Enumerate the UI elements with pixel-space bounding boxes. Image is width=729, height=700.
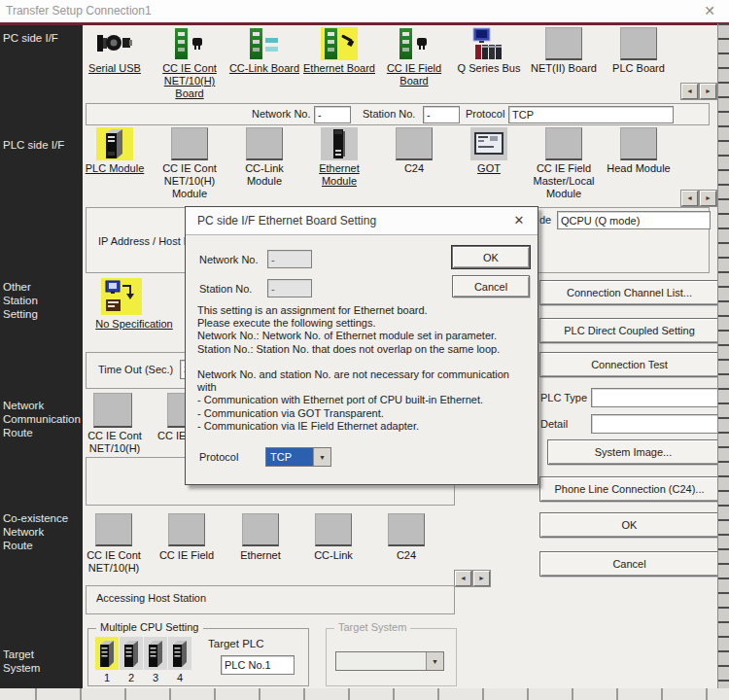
plc-item-c24[interactable]: C24 [377, 127, 451, 175]
connection-channel-list-button[interactable]: Connection Channel List... [539, 280, 719, 305]
target-plc-label: Target PLC [208, 638, 264, 649]
scroll-right-icon[interactable]: ► [700, 191, 716, 206]
plc-item-got[interactable]: GOT [452, 127, 526, 175]
screen-edge-right-decoration [717, 23, 729, 700]
pc-item-cc-ie-field-board[interactable]: CC IE Field Board [377, 27, 451, 88]
plc-item-cc-link-module[interactable]: CC-Link Module [227, 127, 301, 188]
cpu4-icon[interactable] [168, 637, 191, 670]
titlebar-divider [0, 22, 729, 25]
network-settings-bar: Network No. - Station No. - Protocol TCP [86, 103, 710, 125]
scroll-left-icon[interactable]: ◄ [681, 84, 698, 99]
cancel-button[interactable]: Cancel [539, 551, 719, 577]
plc-module-icon [96, 127, 133, 160]
cpu1-icon[interactable] [95, 637, 119, 670]
cpu3-number: 3 [144, 672, 167, 684]
sidebar-label-network-route: Network Communication Route [3, 399, 81, 439]
pc-item-label: NET(II) Board [531, 62, 597, 75]
cpu1-number: 1 [95, 672, 119, 684]
coexist-item-label: CC-Link [295, 549, 372, 562]
pc-item-label: CC IE Field Board [377, 62, 451, 88]
detail-label: Detail [540, 418, 568, 430]
window-close-icon[interactable]: ✕ [700, 2, 719, 19]
q-series-bus-icon [470, 27, 507, 60]
placeholder-icon [620, 127, 657, 160]
coexist-row-scroller: ◄ ► [453, 571, 490, 586]
coexist-item-label: C24 [367, 549, 445, 562]
modal-protocol-dropdown[interactable]: TCP ▼ [265, 447, 331, 467]
placeholder-icon [545, 127, 582, 160]
pc-item-label: Serial USB [88, 62, 141, 75]
pc-item-label: PLC Board [612, 62, 665, 75]
pc-item-serial-usb[interactable]: Serial USB [78, 27, 152, 75]
scroll-right-icon[interactable]: ► [700, 84, 716, 99]
ip-address-label: IP Address / Host Na [98, 235, 197, 247]
detail-field[interactable] [591, 414, 719, 434]
cpu3-icon[interactable] [144, 637, 167, 670]
ethernet-board-setting-dialog: PC side I/F Ethernet Board Setting ✕ Net… [185, 206, 538, 485]
cc-ie-cont-board-icon [171, 27, 208, 60]
dialog-close-icon[interactable]: ✕ [510, 212, 528, 229]
target-plc-field[interactable]: PLC No.1 [221, 655, 295, 675]
pc-item-netii-board[interactable]: NET(II) Board [527, 27, 601, 75]
ok-button[interactable]: OK [539, 512, 719, 538]
station-no-field[interactable]: - [423, 106, 460, 123]
placeholder-icon[interactable] [168, 513, 205, 546]
connection-test-button[interactable]: Connection Test [539, 352, 719, 377]
modal-station-no-field[interactable]: - [267, 279, 312, 298]
scroll-left-icon[interactable]: ◄ [681, 191, 698, 206]
plc-item-cc-ie-cont-module[interactable]: CC IE Cont NET/10(H) Module [153, 127, 226, 200]
plc-direct-coupled-button[interactable]: PLC Direct Coupled Setting [539, 318, 719, 343]
placeholder-icon[interactable] [93, 393, 132, 428]
plc-item-cc-ie-field-master[interactable]: CC IE Field Master/Local Module [527, 127, 601, 200]
plc-item-label: GOT [477, 162, 501, 175]
plc-item-head-module[interactable]: Head Module [602, 127, 676, 175]
placeholder-icon[interactable] [95, 513, 132, 546]
protocol-field[interactable]: TCP [508, 106, 674, 123]
plc-item-label: CC-Link Module [227, 162, 301, 188]
no-specification-label[interactable]: No Specification [86, 318, 183, 331]
cpu4-number: 4 [168, 672, 191, 684]
plc-item-label: CC IE Cont NET/10(H) Module [153, 162, 226, 200]
no-specification-icon [101, 278, 142, 315]
modal-cancel-button[interactable]: Cancel [452, 275, 530, 298]
system-image-button[interactable]: System Image... [547, 439, 719, 465]
ethernet-module-icon [321, 127, 358, 160]
pc-item-cc-link-board[interactable]: CC-Link Board [227, 27, 301, 75]
phone-line-connection-button[interactable]: Phone Line Connection (C24)... [539, 476, 719, 502]
target-system-value [336, 652, 426, 670]
placeholder-icon [620, 27, 657, 60]
placeholder-icon[interactable] [388, 513, 425, 546]
scroll-left-icon[interactable]: ◄ [455, 571, 471, 586]
accessing-host-station-box: Accessing Host Station [86, 585, 455, 614]
got-icon [470, 127, 507, 160]
cpu-mode-field[interactable]: QCPU (Q mode) [557, 211, 711, 229]
placeholder-icon[interactable] [315, 513, 352, 546]
pc-item-q-series-bus[interactable]: Q Series Bus [452, 27, 526, 75]
scroll-right-icon[interactable]: ► [473, 571, 490, 586]
network-no-label: Network No. [252, 108, 311, 120]
sidebar-label-pc-side: PC side I/F [3, 31, 58, 45]
plc-item-ethernet-module[interactable]: Ethernet Module [302, 127, 376, 188]
pc-item-ethernet-board[interactable]: Ethernet Board [302, 27, 376, 75]
dialog-description: This setting is an assignment for Ethern… [197, 304, 530, 433]
pc-item-label: CC-Link Board [229, 62, 299, 75]
plc-item-label: PLC Module [86, 162, 145, 175]
target-system-dropdown[interactable]: ▼ [335, 651, 444, 671]
plc-item-plc-module[interactable]: PLC Module [78, 127, 152, 175]
modal-network-no-field[interactable]: - [267, 250, 312, 268]
plc-type-field[interactable] [591, 388, 719, 407]
modal-ok-button[interactable]: OK [452, 246, 530, 268]
placeholder-icon [396, 127, 433, 160]
chevron-down-icon[interactable]: ▼ [313, 448, 330, 466]
serial-usb-icon [96, 27, 133, 60]
plc-item-label: C24 [404, 162, 424, 175]
pc-item-plc-board[interactable]: PLC Board [602, 27, 676, 75]
cpu2-icon[interactable] [120, 637, 143, 670]
placeholder-icon[interactable] [242, 513, 279, 546]
network-no-field[interactable]: - [314, 106, 351, 123]
ethernet-board-icon [321, 27, 358, 60]
modal-station-no-label: Station No. [199, 283, 252, 295]
pc-item-cc-ie-cont-board[interactable]: CC IE Cont NET/10(H) Board [153, 27, 226, 100]
dialog-titlebar[interactable]: PC side I/F Ethernet Board Setting ✕ [186, 207, 538, 235]
no-specification-item[interactable] [101, 278, 142, 317]
